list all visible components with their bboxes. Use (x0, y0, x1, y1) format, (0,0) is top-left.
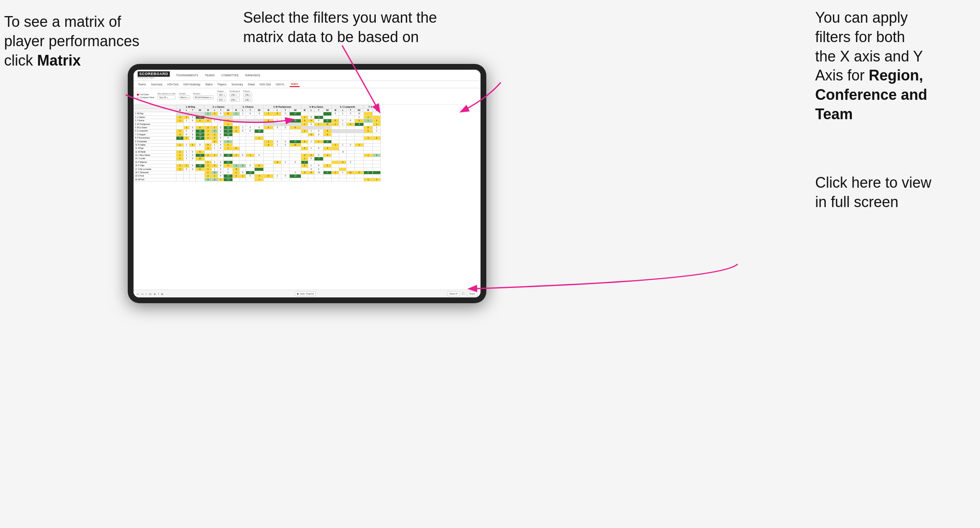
matrix-cell (246, 137, 255, 140)
nav-teams[interactable]: TEAMS (204, 73, 216, 78)
full-view-radio[interactable]: Full View (137, 93, 154, 96)
matrix-cell: -11 (246, 171, 255, 174)
tab-h2h-heatmap[interactable]: H2H Heatmap (182, 82, 202, 87)
matrix-cell: 1 (308, 130, 314, 133)
player-name-cell: 15. P Maichon (134, 160, 176, 164)
tab-summary[interactable]: Summary (150, 82, 164, 87)
sh-d1: Dif (195, 109, 204, 112)
main-nav[interactable]: TOURNAMENTS TEAMS COMMITTEE RANKINGS (175, 73, 262, 78)
tab-h2h-grid2[interactable]: H2H Grid (258, 82, 272, 87)
players-select1[interactable]: (All) (243, 93, 252, 97)
matrix-cell (281, 147, 290, 150)
matrix-cell (323, 167, 332, 171)
matrix-cell (308, 112, 314, 116)
max-players-select[interactable]: Top 25 (157, 95, 176, 99)
matrix-cell (264, 154, 274, 157)
view-radio-group[interactable]: Full View Compact View (137, 93, 154, 99)
matrix-cell (212, 123, 218, 126)
conference-select2[interactable]: (All) (230, 98, 240, 102)
player-name-cell: 13. J Skov Olesen (134, 154, 176, 157)
matrix-cell: 2 (176, 133, 183, 136)
matrix-cell: 1 (373, 130, 380, 133)
matrix-cell: 1 (212, 167, 218, 171)
tab-summary2[interactable]: Summary (230, 82, 244, 87)
matrix-cell (264, 130, 274, 133)
col-g-sa: 7. G Sa (363, 105, 380, 109)
sh-w1: W (176, 109, 183, 112)
matrix-container[interactable]: 1. W Ding 2. L Clanton 3. J Koivun 4. M … (134, 105, 481, 290)
matrix-cell (240, 150, 246, 153)
players-select2[interactable]: (All) (243, 98, 252, 102)
view-original-btn[interactable]: ◉ View: Original (295, 291, 316, 296)
matrix-cell (255, 123, 264, 126)
matrix-cell (308, 174, 314, 178)
matrix-cell (255, 140, 264, 143)
matrix-cell (255, 157, 264, 160)
tab-h2h-h[interactable]: H2H H... (274, 82, 287, 87)
watch-btn[interactable]: Watch ▾ (447, 291, 460, 296)
matrix-cell (273, 137, 281, 140)
matrix-cell: 0 (190, 164, 196, 167)
matrix-cell: -16 (224, 133, 233, 136)
tab-detail[interactable]: Detail (246, 82, 256, 87)
compact-view-radio[interactable]: Compact View (137, 96, 154, 99)
fullscreen-btn[interactable]: ⛶ (462, 292, 464, 295)
player-name-cell: 11. M Ege (134, 147, 176, 150)
gender-select[interactable]: Men's (179, 95, 190, 99)
conference-select1[interactable]: (All) (230, 93, 240, 97)
matrix-cell: 1 (212, 119, 218, 123)
matrix-cell (264, 178, 274, 181)
matrix-cell (347, 126, 355, 129)
player-name-cell: 10. B Valdes (134, 143, 176, 146)
division-group: Division NCAA Division I (193, 92, 214, 99)
tab-matrix[interactable]: Matrix (204, 82, 214, 87)
nav-tournaments[interactable]: TOURNAMENTS (175, 73, 199, 78)
tab-h2h-grid[interactable]: H2H Grid (166, 82, 180, 87)
matrix-cell: 0 (218, 160, 224, 164)
matrix-cell (246, 157, 255, 160)
matrix-cell (273, 133, 281, 136)
compact-view-dot (137, 97, 139, 99)
player-name-cell: 8. P Summerhays (134, 137, 176, 140)
sh-d2: Dif (224, 109, 233, 112)
nav-committee[interactable]: COMMITTEE (220, 73, 240, 78)
zoom-fit[interactable]: ⊡ (149, 292, 151, 295)
matrix-cell (232, 119, 239, 123)
sub-nav[interactable]: Teams Summary H2H Grid H2H Heatmap Matri… (134, 81, 481, 88)
matrix-cell (339, 167, 347, 171)
matrix-cell (289, 150, 301, 153)
matrix-cell (176, 112, 183, 116)
matrix-cell: 13 (289, 119, 301, 123)
matrix-cell (308, 150, 314, 153)
tab-teams[interactable]: Teams (137, 82, 147, 87)
share-btn[interactable]: Share (467, 291, 477, 296)
matrix-cell (373, 164, 380, 167)
matrix-cell (190, 160, 196, 164)
division-select[interactable]: NCAA Division I (193, 95, 214, 99)
nav-rankings[interactable]: RANKINGS (244, 73, 262, 78)
matrix-cell (373, 116, 380, 119)
matrix-cell: 2 (176, 116, 183, 119)
undo-btn[interactable]: ↩ (137, 292, 139, 295)
region-select[interactable]: N/A (217, 93, 226, 97)
tab-players[interactable]: Players (216, 82, 228, 87)
matrix-cell (332, 157, 339, 160)
matrix-cell (363, 164, 373, 167)
tab-matrix-active[interactable]: Matrix (290, 82, 300, 87)
table-row: 20. M Ford331-11711 (134, 178, 381, 181)
matrix-cell (273, 167, 281, 171)
matrix-cell (224, 157, 233, 160)
matrix-cell (264, 171, 274, 174)
matrix-cell: -20 (224, 174, 233, 178)
matrix-cell (354, 178, 363, 181)
matrix-cell: 2 (204, 133, 211, 136)
matrix-cell: -16 (195, 130, 204, 133)
matrix-cell (314, 178, 323, 181)
max-players-group: Max players in view Top 25 (157, 92, 176, 99)
matrix-cell: 2 (204, 174, 211, 178)
matrix-cell (339, 154, 347, 157)
redo-btn[interactable]: ↪ (141, 292, 143, 295)
region-select2[interactable]: N/A (217, 98, 226, 102)
zoom-in[interactable]: ⊕ (154, 292, 156, 295)
logo-subtitle: Powered by clippd (138, 77, 170, 79)
